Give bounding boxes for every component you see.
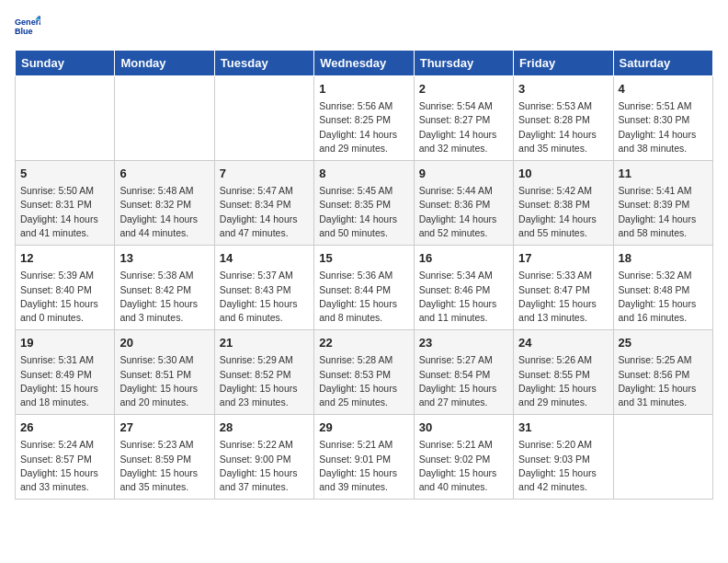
calendar-cell: 4Sunrise: 5:51 AM Sunset: 8:30 PM Daylig… — [613, 76, 712, 161]
calendar-cell: 27Sunrise: 5:23 AM Sunset: 8:59 PM Dayli… — [115, 415, 214, 500]
day-info: Sunrise: 5:37 AM Sunset: 8:43 PM Dayligh… — [220, 269, 309, 325]
day-number: 12 — [20, 250, 109, 267]
day-number: 26 — [20, 419, 109, 436]
day-number: 18 — [619, 250, 708, 267]
day-info: Sunrise: 5:26 AM Sunset: 8:55 PM Dayligh… — [518, 353, 608, 409]
calendar-cell: 25Sunrise: 5:25 AM Sunset: 8:56 PM Dayli… — [613, 330, 712, 415]
column-header-monday: Monday — [115, 51, 214, 76]
day-number: 2 — [419, 81, 508, 98]
column-header-sunday: Sunday — [16, 51, 115, 76]
day-info: Sunrise: 5:53 AM Sunset: 8:28 PM Dayligh… — [518, 99, 608, 155]
day-number: 27 — [119, 419, 209, 436]
day-number: 6 — [119, 166, 209, 182]
day-info: Sunrise: 5:29 AM Sunset: 8:52 PM Dayligh… — [220, 353, 309, 409]
day-info: Sunrise: 5:34 AM Sunset: 8:46 PM Dayligh… — [419, 269, 508, 325]
calendar-cell: 10Sunrise: 5:42 AM Sunset: 8:38 PM Dayli… — [514, 161, 613, 246]
day-number: 23 — [419, 335, 508, 351]
day-number: 28 — [220, 419, 309, 436]
day-number: 13 — [119, 250, 209, 267]
day-info: Sunrise: 5:39 AM Sunset: 8:40 PM Dayligh… — [20, 269, 109, 325]
day-info: Sunrise: 5:44 AM Sunset: 8:36 PM Dayligh… — [419, 184, 508, 240]
day-info: Sunrise: 5:22 AM Sunset: 9:00 PM Dayligh… — [220, 438, 309, 494]
day-info: Sunrise: 5:47 AM Sunset: 8:34 PM Dayligh… — [220, 184, 309, 240]
day-info: Sunrise: 5:36 AM Sunset: 8:44 PM Dayligh… — [319, 269, 408, 325]
day-number: 15 — [319, 250, 408, 267]
day-info: Sunrise: 5:25 AM Sunset: 8:56 PM Dayligh… — [619, 353, 708, 409]
day-info: Sunrise: 5:51 AM Sunset: 8:30 PM Dayligh… — [619, 99, 708, 155]
day-number: 9 — [419, 166, 508, 182]
day-number: 30 — [419, 419, 508, 436]
column-header-thursday: Thursday — [414, 51, 513, 76]
calendar-week-row: 5Sunrise: 5:50 AM Sunset: 8:31 PM Daylig… — [16, 161, 713, 246]
calendar-cell: 7Sunrise: 5:47 AM Sunset: 8:34 PM Daylig… — [214, 161, 313, 246]
calendar-cell — [214, 76, 313, 161]
day-number: 14 — [220, 250, 309, 267]
day-number: 21 — [220, 335, 309, 351]
day-number: 7 — [220, 166, 309, 182]
day-info: Sunrise: 5:54 AM Sunset: 8:27 PM Dayligh… — [419, 99, 508, 155]
day-number: 22 — [319, 335, 408, 351]
day-number: 4 — [619, 81, 708, 98]
calendar-cell: 15Sunrise: 5:36 AM Sunset: 8:44 PM Dayli… — [314, 246, 414, 330]
column-header-tuesday: Tuesday — [214, 51, 313, 76]
day-info: Sunrise: 5:23 AM Sunset: 8:59 PM Dayligh… — [119, 438, 209, 494]
day-info: Sunrise: 5:48 AM Sunset: 8:32 PM Dayligh… — [119, 184, 209, 240]
day-number: 8 — [319, 166, 408, 182]
calendar-cell: 11Sunrise: 5:41 AM Sunset: 8:39 PM Dayli… — [613, 161, 712, 246]
day-number: 25 — [619, 335, 708, 351]
calendar-cell: 1Sunrise: 5:56 AM Sunset: 8:25 PM Daylig… — [314, 76, 414, 161]
calendar-cell: 6Sunrise: 5:48 AM Sunset: 8:32 PM Daylig… — [115, 161, 214, 246]
day-number: 16 — [419, 250, 508, 267]
day-info: Sunrise: 5:45 AM Sunset: 8:35 PM Dayligh… — [319, 184, 408, 240]
calendar-header-row: SundayMondayTuesdayWednesdayThursdayFrid… — [16, 51, 713, 76]
day-number: 20 — [119, 335, 209, 351]
calendar-cell: 26Sunrise: 5:24 AM Sunset: 8:57 PM Dayli… — [16, 415, 115, 500]
calendar-cell: 24Sunrise: 5:26 AM Sunset: 8:55 PM Dayli… — [514, 330, 613, 415]
calendar-week-row: 19Sunrise: 5:31 AM Sunset: 8:49 PM Dayli… — [16, 330, 713, 415]
day-info: Sunrise: 5:50 AM Sunset: 8:31 PM Dayligh… — [20, 184, 109, 240]
calendar-cell: 3Sunrise: 5:53 AM Sunset: 8:28 PM Daylig… — [514, 76, 613, 161]
calendar-cell: 12Sunrise: 5:39 AM Sunset: 8:40 PM Dayli… — [16, 246, 115, 330]
day-number: 1 — [319, 81, 408, 98]
calendar-cell: 9Sunrise: 5:44 AM Sunset: 8:36 PM Daylig… — [414, 161, 513, 246]
calendar-cell: 17Sunrise: 5:33 AM Sunset: 8:47 PM Dayli… — [514, 246, 613, 330]
column-header-saturday: Saturday — [613, 51, 712, 76]
calendar-cell — [16, 76, 115, 161]
logo: General Blue — [15, 15, 40, 40]
day-info: Sunrise: 5:32 AM Sunset: 8:48 PM Dayligh… — [619, 269, 708, 325]
day-number: 19 — [20, 335, 109, 351]
day-info: Sunrise: 5:20 AM Sunset: 9:03 PM Dayligh… — [518, 438, 608, 494]
day-number: 11 — [619, 166, 708, 182]
calendar-cell — [115, 76, 214, 161]
day-number: 5 — [20, 166, 109, 182]
day-number: 31 — [518, 419, 608, 436]
calendar-cell: 21Sunrise: 5:29 AM Sunset: 8:52 PM Dayli… — [214, 330, 313, 415]
calendar-cell: 2Sunrise: 5:54 AM Sunset: 8:27 PM Daylig… — [414, 76, 513, 161]
day-info: Sunrise: 5:38 AM Sunset: 8:42 PM Dayligh… — [119, 269, 209, 325]
day-info: Sunrise: 5:27 AM Sunset: 8:54 PM Dayligh… — [419, 353, 508, 409]
day-info: Sunrise: 5:42 AM Sunset: 8:38 PM Dayligh… — [518, 184, 608, 240]
day-number: 17 — [518, 250, 608, 267]
calendar-cell: 30Sunrise: 5:21 AM Sunset: 9:02 PM Dayli… — [414, 415, 513, 500]
day-info: Sunrise: 5:30 AM Sunset: 8:51 PM Dayligh… — [119, 353, 209, 409]
day-info: Sunrise: 5:41 AM Sunset: 8:39 PM Dayligh… — [619, 184, 708, 240]
svg-text:Blue: Blue — [15, 27, 33, 36]
calendar-week-row: 26Sunrise: 5:24 AM Sunset: 8:57 PM Dayli… — [16, 415, 713, 500]
calendar-cell: 22Sunrise: 5:28 AM Sunset: 8:53 PM Dayli… — [314, 330, 414, 415]
day-info: Sunrise: 5:21 AM Sunset: 9:01 PM Dayligh… — [319, 438, 408, 494]
calendar-cell: 13Sunrise: 5:38 AM Sunset: 8:42 PM Dayli… — [115, 246, 214, 330]
day-number: 10 — [518, 166, 608, 182]
calendar-table: SundayMondayTuesdayWednesdayThursdayFrid… — [15, 50, 713, 500]
calendar-cell: 29Sunrise: 5:21 AM Sunset: 9:01 PM Dayli… — [314, 415, 414, 500]
day-number: 29 — [319, 419, 408, 436]
page-header: General Blue — [15, 15, 713, 40]
calendar-cell: 19Sunrise: 5:31 AM Sunset: 8:49 PM Dayli… — [16, 330, 115, 415]
column-header-wednesday: Wednesday — [314, 51, 414, 76]
logo-icon: General Blue — [15, 15, 40, 40]
calendar-week-row: 1Sunrise: 5:56 AM Sunset: 8:25 PM Daylig… — [16, 76, 713, 161]
column-header-friday: Friday — [514, 51, 613, 76]
day-info: Sunrise: 5:56 AM Sunset: 8:25 PM Dayligh… — [319, 99, 408, 155]
day-info: Sunrise: 5:33 AM Sunset: 8:47 PM Dayligh… — [518, 269, 608, 325]
calendar-cell: 8Sunrise: 5:45 AM Sunset: 8:35 PM Daylig… — [314, 161, 414, 246]
calendar-cell: 20Sunrise: 5:30 AM Sunset: 8:51 PM Dayli… — [115, 330, 214, 415]
